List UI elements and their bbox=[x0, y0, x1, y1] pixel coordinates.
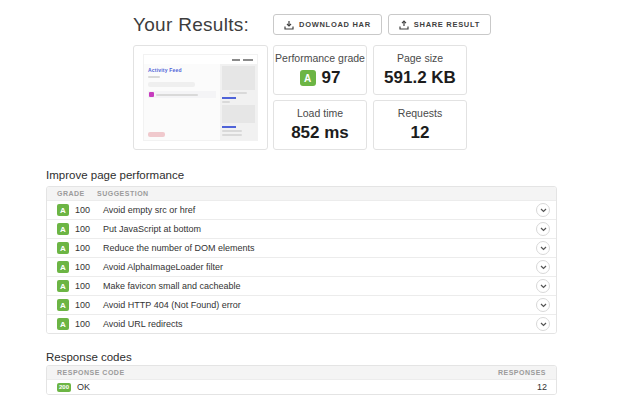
status-200-badge: 200 bbox=[57, 383, 71, 392]
grade-a-badge: A bbox=[57, 280, 69, 292]
suggestion-label: Avoid URL redirects bbox=[103, 319, 536, 329]
thumbnail-search-bar bbox=[148, 82, 195, 87]
grade-column-header: GRADE bbox=[57, 190, 97, 197]
response-code-row: 200 OK 12 bbox=[47, 379, 556, 394]
load-time-value: 852 ms bbox=[291, 123, 349, 143]
expand-row-button[interactable] bbox=[536, 298, 550, 312]
metric-performance-grade: Performance grade A 97 bbox=[273, 45, 367, 95]
chevron-down-icon bbox=[540, 303, 547, 308]
suggestion-row[interactable]: A 100 Put JavaScript at bottom bbox=[47, 219, 556, 238]
suggestion-row[interactable]: A 100 Avoid HTTP 404 (Not Found) error bbox=[47, 295, 556, 314]
expand-row-button[interactable] bbox=[536, 279, 550, 293]
grade-score: 100 bbox=[75, 205, 93, 215]
chevron-down-icon bbox=[540, 208, 547, 213]
suggestion-label: Avoid AlphaImageLoader filter bbox=[103, 262, 536, 272]
expand-row-button[interactable] bbox=[536, 260, 550, 274]
page-title: Your Results: bbox=[133, 14, 249, 36]
grade-a-badge: A bbox=[57, 242, 69, 254]
metric-page-size: Page size 591.2 KB bbox=[373, 45, 467, 95]
header-actions: DOWNLOAD HAR SHARE RESULT bbox=[273, 14, 491, 35]
metric-requests: Requests 12 bbox=[373, 100, 467, 150]
suggestion-column-header: SUGGESTION bbox=[97, 190, 546, 197]
suggestion-label: Reduce the number of DOM elements bbox=[103, 243, 536, 253]
grade-score: 100 bbox=[75, 281, 93, 291]
improve-table-header: GRADE SUGGESTION bbox=[47, 187, 556, 200]
grade-score: 100 bbox=[75, 224, 93, 234]
grade-score: 100 bbox=[75, 319, 93, 329]
suggestion-label: Avoid empty src or href bbox=[103, 205, 536, 215]
thumbnail-post-row bbox=[148, 91, 216, 98]
share-result-button[interactable]: SHARE RESULT bbox=[388, 14, 491, 35]
suggestion-row[interactable]: A 100 Avoid empty src or href bbox=[47, 200, 556, 219]
chevron-down-icon bbox=[540, 284, 547, 289]
tested-page-thumbnail: Activity Feed bbox=[133, 45, 268, 150]
thumbnail-mini-page: Activity Feed bbox=[143, 54, 258, 141]
thumbnail-post-icon bbox=[149, 92, 154, 97]
response-codes-table: RESPONSE CODE RESPONSES 200 OK 12 bbox=[46, 365, 557, 395]
responses-count: 12 bbox=[537, 382, 547, 392]
status-label: OK bbox=[77, 382, 90, 392]
expand-row-button[interactable] bbox=[536, 241, 550, 255]
metrics-grid: Performance grade A 97 Page size 591.2 K… bbox=[273, 45, 467, 150]
grade-a-badge: A bbox=[57, 299, 69, 311]
performance-grade-value: 97 bbox=[322, 68, 341, 88]
response-table-header: RESPONSE CODE RESPONSES bbox=[47, 366, 556, 379]
expand-row-button[interactable] bbox=[536, 222, 550, 236]
chevron-down-icon bbox=[540, 265, 547, 270]
grade-score: 100 bbox=[75, 243, 93, 253]
suggestion-label: Make favicon small and cacheable bbox=[103, 281, 536, 291]
suggestion-row[interactable]: A 100 Make favicon small and cacheable bbox=[47, 276, 556, 295]
suggestion-row[interactable]: A 100 Avoid AlphaImageLoader filter bbox=[47, 257, 556, 276]
response-code-column-header: RESPONSE CODE bbox=[57, 369, 125, 376]
thumbnail-feed-title: Activity Feed bbox=[148, 67, 216, 73]
requests-value: 12 bbox=[411, 123, 430, 143]
chevron-down-icon bbox=[540, 227, 547, 232]
thumbnail-sidebar bbox=[220, 64, 257, 140]
thumbnail-topbar bbox=[144, 55, 257, 64]
grade-score: 100 bbox=[75, 300, 93, 310]
grade-a-badge: A bbox=[57, 261, 69, 273]
chevron-down-icon bbox=[540, 322, 547, 327]
expand-row-button[interactable] bbox=[536, 317, 550, 331]
grade-a-badge: A bbox=[300, 70, 316, 86]
suggestion-label: Put JavaScript at bottom bbox=[103, 224, 536, 234]
suggestion-row[interactable]: A 100 Avoid URL redirects bbox=[47, 314, 556, 333]
download-har-button[interactable]: DOWNLOAD HAR bbox=[273, 14, 382, 35]
grade-a-badge: A bbox=[57, 223, 69, 235]
metric-load-time: Load time 852 ms bbox=[273, 100, 367, 150]
chevron-down-icon bbox=[540, 246, 547, 251]
download-icon bbox=[284, 20, 294, 30]
suggestion-label: Avoid HTTP 404 (Not Found) error bbox=[103, 300, 536, 310]
thumbnail-pink-button bbox=[148, 132, 165, 137]
grade-score: 100 bbox=[75, 262, 93, 272]
response-codes-heading: Response codes bbox=[46, 351, 132, 363]
grade-a-badge: A bbox=[57, 204, 69, 216]
improve-section-heading: Improve page performance bbox=[46, 169, 184, 181]
responses-column-header: RESPONSES bbox=[498, 369, 546, 376]
page-size-value: 591.2 KB bbox=[384, 68, 456, 88]
thumbnail-feed-column: Activity Feed bbox=[144, 64, 220, 140]
improve-table: GRADE SUGGESTION A 100 Avoid empty src o… bbox=[46, 186, 557, 334]
results-header: Your Results: DOWNLOAD HAR SHARE RESULT bbox=[133, 13, 491, 36]
expand-row-button[interactable] bbox=[536, 203, 550, 217]
suggestion-row[interactable]: A 100 Reduce the number of DOM elements bbox=[47, 238, 556, 257]
share-icon bbox=[399, 20, 409, 30]
grade-a-badge: A bbox=[57, 318, 69, 330]
